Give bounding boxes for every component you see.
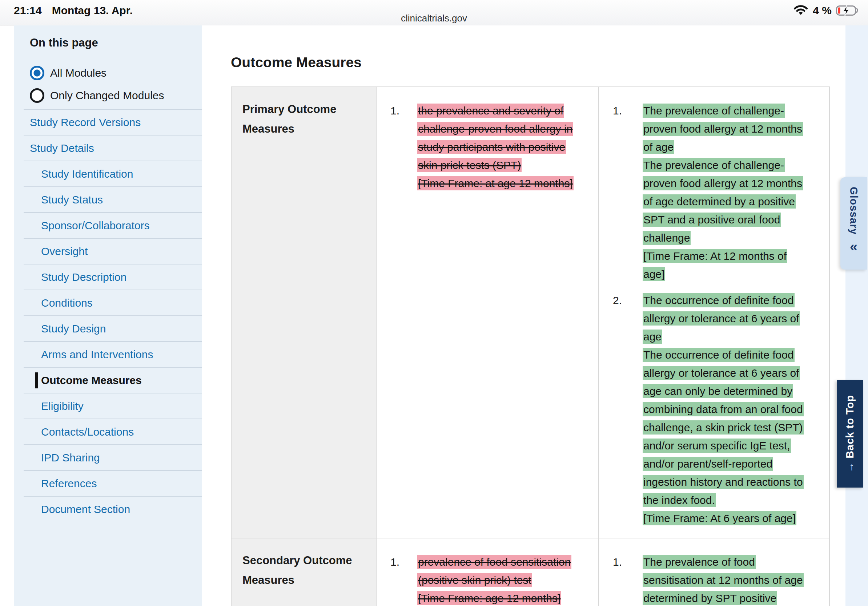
added-text: The occurrence of definite food allergy … xyxy=(643,348,804,507)
radio-only-changed-modules[interactable]: Only Changed Modules xyxy=(30,84,186,107)
sidebar-item-contacts-locations[interactable]: Contacts/Locations xyxy=(23,419,202,445)
sidebar-item-arms-and-interventions[interactable]: Arms and Interventions xyxy=(23,342,202,368)
sidebar-item-label: Contacts/Locations xyxy=(41,419,134,444)
sidebar-item-label: IPD Sharing xyxy=(41,445,100,470)
sidebar-item-study-status[interactable]: Study Status xyxy=(23,187,202,213)
on-this-page-sidebar: On this page All Modules Only Changed Mo… xyxy=(14,25,202,606)
right-panel-edge xyxy=(845,25,868,606)
sidebar-item-label: Study Status xyxy=(41,187,103,212)
item-text: The prevalence of food sensitisation at … xyxy=(643,553,809,606)
radio-all-modules[interactable]: All Modules xyxy=(30,62,186,84)
sidebar-item-label: Study Description xyxy=(41,264,127,289)
sidebar-item-label: Study Design xyxy=(41,316,106,341)
address-bar[interactable]: clinicaltrials.gov xyxy=(0,13,868,24)
sidebar-item-label: Arms and Interventions xyxy=(41,342,153,367)
back-to-top-label: → Back to Top xyxy=(844,395,856,473)
sidebar-item-label: References xyxy=(41,471,97,496)
secondary-old-column: 1. prevalence of food sensitisation (pos… xyxy=(377,538,599,606)
sidebar-item-study-identification[interactable]: Study Identification xyxy=(23,161,202,187)
radio-selected-icon[interactable] xyxy=(30,66,44,80)
sidebar-item-label: Study Identification xyxy=(41,161,133,186)
sidebar-item-label: Conditions xyxy=(41,290,93,315)
sidebar-item-study-record-versions[interactable]: Study Record Versions xyxy=(23,110,202,136)
sidebar-item-ipd-sharing[interactable]: IPD Sharing xyxy=(23,445,202,471)
added-text: The prevalence of challenge-proven food … xyxy=(643,158,803,245)
list-item: 2. The occurrence of definite food aller… xyxy=(599,291,829,527)
added-text: [Time Frame: At 12 months of age] xyxy=(643,249,787,281)
item-text: The occurrence of definite food allergy … xyxy=(643,291,809,527)
active-indicator-bar xyxy=(35,373,38,388)
row-header-primary-outcome-measures: Primary Outcome Measures xyxy=(231,87,377,538)
sidebar-item-label: Sponsor/Collaborators xyxy=(41,213,150,238)
added-text: [Time Frame: At 6 years of age] xyxy=(643,511,797,526)
sidebar-item-study-details[interactable]: Study Details xyxy=(23,136,202,161)
secondary-new-column: 1. The prevalence of food sensitisation … xyxy=(599,538,829,606)
sidebar-nav: Study Record Versions Study Details Stud… xyxy=(23,109,202,522)
list-item: 1. prevalence of food sensitisation (pos… xyxy=(377,553,598,606)
item-number: 1. xyxy=(377,102,417,193)
removed-text: the prevalence and severity of challenge… xyxy=(417,104,573,172)
sidebar-item-study-design[interactable]: Study Design xyxy=(23,316,202,342)
radio-label: All Modules xyxy=(50,67,107,79)
removed-text: prevalence of food sensitisation (positi… xyxy=(417,555,571,587)
radio-label: Only Changed Modules xyxy=(50,90,164,102)
item-text: prevalence of food sensitisation (positi… xyxy=(417,553,580,606)
primary-new-column: 1. The prevalence of challenge-proven fo… xyxy=(599,87,829,538)
primary-old-column: 1. the prevalence and severity of challe… xyxy=(377,87,599,538)
item-number: 1. xyxy=(377,553,417,606)
sidebar-item-eligibility[interactable]: Eligibility xyxy=(23,393,202,419)
screen: 21:14 Montag 13. Apr. 4 % cl xyxy=(0,0,868,606)
sidebar-item-conditions[interactable]: Conditions xyxy=(23,290,202,316)
radio-unselected-icon[interactable] xyxy=(30,88,44,103)
sidebar-item-label: Eligibility xyxy=(41,393,84,419)
added-text: The occurrence of definite food allergy … xyxy=(643,293,800,344)
item-text: The prevalence of challenge-proven food … xyxy=(643,102,809,283)
sidebar-item-label: Oversight xyxy=(41,239,88,264)
back-to-top-button[interactable]: → Back to Top xyxy=(837,380,863,488)
sidebar-item-sponsor-collaborators[interactable]: Sponsor/Collaborators xyxy=(23,213,202,239)
sidebar-item-label: Study Record Versions xyxy=(30,110,141,135)
sidebar-item-document-section[interactable]: Document Section xyxy=(23,497,202,522)
module-filter-radio-group: All Modules Only Changed Modules xyxy=(30,62,186,107)
item-text: the prevalence and severity of challenge… xyxy=(417,102,580,193)
sidebar-item-references[interactable]: References xyxy=(23,471,202,497)
glossary-panel-tab[interactable]: Glossary « xyxy=(840,177,867,270)
outcome-measures-comparison-table: Primary Outcome Measures 1. the prevalen… xyxy=(231,87,830,606)
sidebar-item-label: Document Section xyxy=(41,497,130,522)
sidebar-item-outcome-measures-active[interactable]: Outcome Measures xyxy=(23,368,202,393)
sidebar-item-label: Outcome Measures xyxy=(41,368,142,393)
added-text: The prevalence of challenge-proven food … xyxy=(643,104,803,154)
item-number: 2. xyxy=(599,291,643,527)
row-header-secondary-outcome-measures: Secondary Outcome Measures xyxy=(231,538,377,606)
sidebar-item-study-description[interactable]: Study Description xyxy=(23,264,202,290)
main-content: Outcome Measures Primary Outcome Measure… xyxy=(202,25,848,606)
list-item: 1. The prevalence of challenge-proven fo… xyxy=(599,102,829,283)
page-title: Outcome Measures xyxy=(231,54,362,71)
item-number: 1. xyxy=(599,553,643,606)
list-item: 1. The prevalence of food sensitisation … xyxy=(599,553,829,606)
removed-text: [Time Frame: age 12 months] xyxy=(417,591,561,605)
sidebar-item-oversight[interactable]: Oversight xyxy=(23,239,202,264)
added-text: The prevalence of food sensitisation at … xyxy=(643,555,804,605)
sidebar-item-label: Study Details xyxy=(30,136,94,161)
sidebar-heading: On this page xyxy=(30,36,98,49)
top-bar: 21:14 Montag 13. Apr. 4 % cl xyxy=(0,0,868,26)
chevron-double-left-icon: « xyxy=(850,240,857,254)
item-number: 1. xyxy=(599,102,643,283)
removed-text: [Time Frame: at age 12 months] xyxy=(417,176,574,190)
glossary-tab-label: Glossary xyxy=(848,187,860,235)
list-item: 1. the prevalence and severity of challe… xyxy=(377,102,598,193)
